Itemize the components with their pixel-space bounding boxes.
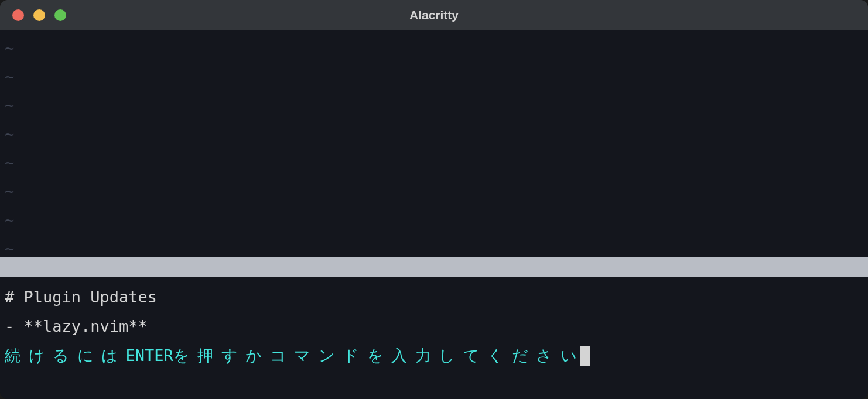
bottom-spacer <box>5 379 863 399</box>
titlebar: Alacritty <box>0 0 868 30</box>
cursor <box>580 346 590 366</box>
empty-line-tilde: ~ <box>5 212 863 228</box>
empty-line-tilde: ~ <box>5 240 863 257</box>
empty-line-tilde: ~ <box>5 126 863 142</box>
message-item: - **lazy.nvim** <box>5 312 863 341</box>
empty-line-tilde: ~ <box>5 97 863 113</box>
empty-line-tilde: ~ <box>5 40 863 56</box>
prompt-enter: ENTER <box>126 346 173 364</box>
prompt-prefix: 続けるには <box>5 346 126 364</box>
buffer-area: ~ ~ ~ ~ ~ ~ ~ ~ <box>5 36 863 257</box>
window-title: Alacritty <box>409 8 459 22</box>
empty-line-tilde: ~ <box>5 154 863 171</box>
terminal-window: Alacritty ~ ~ ~ ~ ~ ~ ~ ~ # Plugin Updat… <box>0 0 868 399</box>
empty-line-tilde: ~ <box>5 68 863 85</box>
traffic-lights <box>12 9 66 21</box>
empty-line-tilde: ~ <box>5 183 863 200</box>
statusline <box>0 257 868 277</box>
close-button[interactable] <box>12 9 24 21</box>
minimize-button[interactable] <box>33 9 45 21</box>
message-area: # Plugin Updates - **lazy.nvim** 続けるにはEN… <box>5 277 863 379</box>
prompt-suffix: を押すかコマンドを入力してください <box>173 346 585 364</box>
continue-prompt[interactable]: 続けるにはENTERを押すかコマンドを入力してください <box>5 341 863 370</box>
maximize-button[interactable] <box>54 9 66 21</box>
terminal-content[interactable]: ~ ~ ~ ~ ~ ~ ~ ~ # Plugin Updates - **laz… <box>0 30 868 399</box>
message-header: # Plugin Updates <box>5 283 863 312</box>
